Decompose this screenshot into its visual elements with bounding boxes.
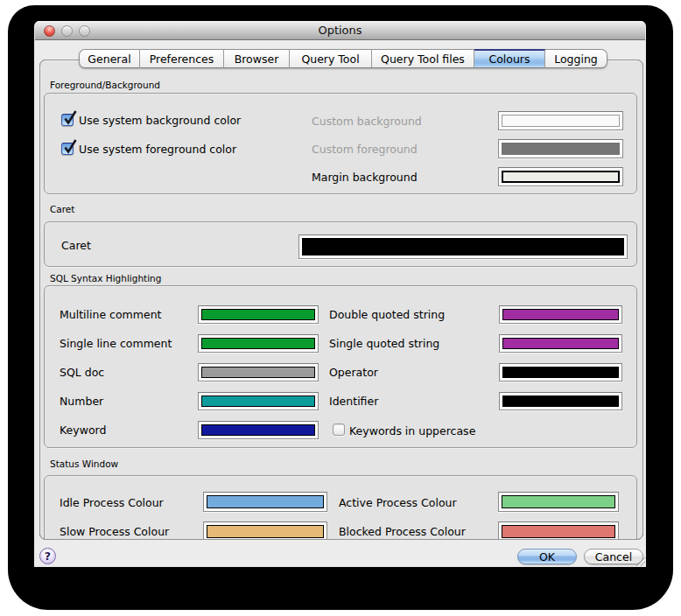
identifier-color	[502, 396, 619, 407]
keyword-color	[201, 424, 315, 436]
keywords-in-uppercase-checkbox[interactable]	[333, 424, 345, 436]
double-quoted-string-swatch[interactable]	[499, 305, 622, 324]
number-color	[201, 396, 315, 407]
multiline-comment-label: Multiline comment	[60, 308, 161, 321]
slow-process-colour-label: Slow Process Colour	[60, 525, 169, 538]
tab-preferences[interactable]: Preferences	[140, 49, 224, 68]
use-system-background-color-label: Use system background color	[79, 114, 241, 127]
caret-swatch[interactable]	[298, 234, 628, 259]
checkmark-icon	[62, 109, 79, 126]
tab-browser[interactable]: Browser	[224, 49, 290, 68]
double-quoted-string-label: Double quoted string	[329, 308, 445, 321]
single-line-comment-label: Single line comment	[60, 337, 172, 350]
blocked-process-colour-swatch[interactable]	[498, 522, 619, 542]
active-process-colour-label: Active Process Colour	[339, 496, 457, 509]
custom-foreground-label: Custom foreground	[312, 143, 418, 156]
use-system-background-color-checkbox[interactable]	[61, 114, 74, 126]
double-quoted-string-color	[502, 309, 619, 320]
group-caption-sql-syntax: SQL Syntax Highlighting	[50, 273, 161, 284]
custom-background-label: Custom background	[312, 115, 422, 128]
margin-background-swatch[interactable]	[498, 167, 623, 186]
window-title: Options	[35, 21, 645, 39]
single-line-comment-color	[201, 338, 315, 349]
active-process-colour-swatch[interactable]	[498, 492, 619, 512]
slow-process-colour-color	[207, 525, 324, 538]
single-line-comment-swatch[interactable]	[198, 334, 319, 353]
number-swatch[interactable]	[198, 392, 319, 410]
margin-background-color	[502, 171, 620, 183]
tab-bar: General Preferences Browser Query Tool Q…	[79, 49, 607, 68]
sql-doc-color	[201, 367, 315, 378]
blocked-process-colour-label: Blocked Process Colour	[339, 525, 466, 538]
tab-colours[interactable]: Colours	[474, 49, 545, 68]
tab-query-tool-files[interactable]: Query Tool files	[372, 49, 474, 68]
identifier-swatch[interactable]	[499, 392, 622, 410]
single-quoted-string-label: Single quoted string	[329, 337, 439, 350]
keyword-label: Keyword	[60, 424, 106, 437]
cancel-button[interactable]: Cancel	[584, 549, 643, 564]
multiline-comment-color	[201, 309, 315, 320]
custom-background-swatch[interactable]	[498, 111, 623, 130]
sql-doc-swatch[interactable]	[198, 363, 319, 382]
keywords-in-uppercase-label: Keywords in uppercase	[349, 424, 475, 438]
single-quoted-string-color	[502, 338, 619, 349]
ok-button[interactable]: OK	[517, 549, 577, 564]
custom-foreground-swatch[interactable]	[498, 139, 623, 158]
help-button[interactable]: ?	[39, 548, 56, 564]
use-system-foreground-color-checkbox[interactable]	[61, 143, 74, 155]
blocked-process-colour-color	[502, 525, 615, 538]
operator-color	[502, 367, 619, 378]
active-process-colour-color	[502, 495, 615, 508]
idle-process-colour-color	[207, 495, 324, 508]
idle-process-colour-label: Idle Process Colour	[60, 496, 164, 509]
slow-process-colour-swatch[interactable]	[203, 522, 327, 542]
use-system-foreground-color-label: Use system foreground color	[79, 143, 236, 156]
checkmark-icon	[62, 138, 79, 155]
group-caption-foreground-background: Foreground/Background	[50, 80, 160, 91]
group-caption-caret: Caret	[50, 204, 74, 215]
screenshot-stage: Options General Preferences Browser Quer…	[0, 0, 681, 616]
tab-general[interactable]: General	[79, 49, 140, 68]
options-dialog: Options General Preferences Browser Quer…	[34, 21, 646, 567]
tab-logging[interactable]: Logging	[545, 49, 607, 68]
identifier-label: Identifier	[329, 395, 378, 408]
operator-label: Operator	[329, 366, 378, 379]
title-bar[interactable]: Options	[35, 21, 645, 40]
idle-process-colour-swatch[interactable]	[203, 492, 327, 512]
number-label: Number	[60, 395, 103, 408]
group-caption-status-window: Status Window	[50, 458, 118, 470]
custom-foreground-color	[502, 143, 620, 155]
tab-query-tool[interactable]: Query Tool	[290, 49, 372, 68]
margin-background-label: Margin background	[312, 171, 418, 184]
sql-doc-label: SQL doc	[60, 366, 104, 379]
caret-label: Caret	[61, 239, 91, 252]
dialog-footer: ? OK Cancel	[35, 540, 646, 567]
operator-swatch[interactable]	[499, 363, 622, 382]
keyword-swatch[interactable]	[198, 421, 319, 439]
single-quoted-string-swatch[interactable]	[499, 334, 622, 353]
multiline-comment-swatch[interactable]	[198, 305, 319, 324]
custom-background-color	[502, 115, 620, 127]
caret-color	[302, 238, 624, 256]
